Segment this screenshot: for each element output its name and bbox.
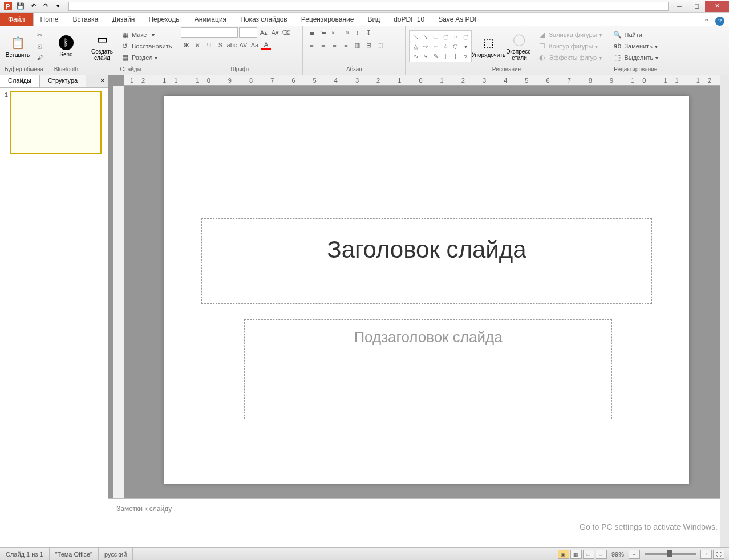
underline-icon[interactable]: Ч <box>204 40 214 50</box>
tab-design[interactable]: Дизайн <box>105 13 141 26</box>
minimize-ribbon-icon[interactable]: ⌃ <box>702 17 711 26</box>
undo-icon[interactable]: ↶ <box>27 1 39 11</box>
zoom-out-icon[interactable]: − <box>629 550 640 559</box>
tab-file[interactable]: Файл <box>0 13 33 26</box>
help-icon[interactable]: ? <box>715 17 724 26</box>
tab-animations[interactable]: Анимация <box>188 13 233 26</box>
shape-rounded-icon[interactable]: ▢ <box>461 32 471 41</box>
app-icon[interactable]: P <box>2 1 14 11</box>
align-center-icon[interactable]: ≡ <box>318 40 328 50</box>
shape-curve-icon[interactable]: ∿ <box>411 51 420 60</box>
font-size-combo[interactable] <box>239 27 257 38</box>
minimize-button[interactable]: ─ <box>671 1 688 12</box>
shapes-gallery[interactable]: ＼↘▭▢○▢ △⇨⇦☆⬡▾ ∿⤷✎{}▿ <box>409 30 472 62</box>
replace-button[interactable]: abЗаменить ▾ <box>611 41 660 51</box>
bluetooth-send-button[interactable]: ᛒ Send <box>52 28 80 64</box>
tab-transitions[interactable]: Переходы <box>141 13 187 26</box>
redo-icon[interactable]: ↷ <box>40 1 51 11</box>
strike-icon[interactable]: S <box>215 40 225 50</box>
tab-savepdf[interactable]: Save As PDF <box>431 13 485 26</box>
close-panel-icon[interactable]: ✕ <box>96 75 108 87</box>
align-right-icon[interactable]: ≡ <box>329 40 339 50</box>
zoom-percent[interactable]: 99% <box>611 551 624 558</box>
tab-slides-panel[interactable]: Слайды <box>0 75 40 87</box>
layout-button[interactable]: ▦Макет ▾ <box>119 30 173 40</box>
indent-inc-icon[interactable]: ⇥ <box>341 27 351 38</box>
shrink-font-icon[interactable]: A▾ <box>270 27 280 38</box>
shape-effects-button[interactable]: ◐Эффекты фигур ▾ <box>536 52 604 63</box>
tab-slideshow[interactable]: Показ слайдов <box>233 13 294 26</box>
shape-fill-button[interactable]: ◢Заливка фигуры ▾ <box>536 30 604 40</box>
shadow-icon[interactable]: abc <box>226 40 237 50</box>
font-color-icon[interactable]: A <box>261 40 271 50</box>
subtitle-placeholder[interactable]: Подзаголовок слайда <box>244 319 612 419</box>
fit-window-icon[interactable]: ⛶ <box>713 550 724 559</box>
slide-thumbnail-1[interactable]: 1 <box>0 88 108 157</box>
copy-icon[interactable]: ⎘ <box>34 41 44 51</box>
justify-icon[interactable]: ≡ <box>341 40 351 50</box>
quick-styles-button[interactable]: ◯ Экспресс-стили <box>505 28 533 64</box>
font-name-combo[interactable] <box>181 27 238 38</box>
restore-button[interactable]: ◻ <box>688 1 705 12</box>
tab-outline-panel[interactable]: Структура <box>40 75 86 87</box>
shape-arrow-icon[interactable]: ↘ <box>421 32 431 41</box>
slideshow-view-icon[interactable]: ▱ <box>596 550 607 559</box>
shape-tri-icon[interactable]: △ <box>411 42 420 51</box>
arrange-button[interactable]: ⬚ Упорядочить <box>474 28 503 64</box>
columns-icon[interactable]: ▥ <box>352 40 362 50</box>
shape-arrow2-icon[interactable]: ⇨ <box>421 42 431 51</box>
line-spacing-icon[interactable]: ↕ <box>352 27 362 38</box>
paste-button[interactable]: 📋 Вставить <box>3 28 32 64</box>
shape-conn-icon[interactable]: ⤷ <box>421 51 431 60</box>
align-text-icon[interactable]: ⊟ <box>363 40 374 50</box>
new-slide-button[interactable]: ▭ Создать слайд <box>88 28 116 64</box>
reset-button[interactable]: ↺Восстановить <box>119 41 173 51</box>
shape-line-icon[interactable]: ＼ <box>411 32 420 41</box>
indent-dec-icon[interactable]: ⇤ <box>329 27 339 38</box>
shape-hex-icon[interactable]: ⬡ <box>451 42 460 51</box>
cut-icon[interactable]: ✂ <box>34 30 44 40</box>
tab-insert[interactable]: Вставка <box>66 13 106 26</box>
smartart-icon[interactable]: ⬚ <box>375 40 385 50</box>
tab-dopdf[interactable]: doPDF 10 <box>387 13 431 26</box>
horizontal-ruler[interactable]: 12 11 10 9 8 7 6 5 4 3 2 1 0 1 2 3 4 5 6… <box>124 75 729 86</box>
italic-icon[interactable]: К <box>192 40 202 50</box>
normal-view-icon[interactable]: ▣ <box>558 550 569 559</box>
zoom-slider[interactable] <box>645 553 696 555</box>
save-icon[interactable]: 💾 <box>15 1 26 11</box>
title-placeholder[interactable]: Заголовок слайда <box>201 218 652 304</box>
vertical-ruler[interactable] <box>113 86 124 498</box>
shape-rect2-icon[interactable]: ▢ <box>441 32 451 41</box>
shape-brace-icon[interactable]: { <box>441 51 451 60</box>
vertical-scrollbar[interactable] <box>720 75 729 547</box>
shape-more-icon[interactable]: ▾ <box>461 42 471 51</box>
case-icon[interactable]: Aa <box>249 40 260 50</box>
clear-format-icon[interactable]: ⌫ <box>281 27 291 38</box>
qat-more-icon[interactable]: ▾ <box>52 1 64 11</box>
spacing-icon[interactable]: AV <box>238 40 248 50</box>
shape-oval-icon[interactable]: ○ <box>451 32 460 41</box>
section-button[interactable]: ▤Раздел ▾ <box>119 52 173 63</box>
tab-view[interactable]: Вид <box>361 13 387 26</box>
bold-icon[interactable]: Ж <box>181 40 191 50</box>
find-button[interactable]: 🔍Найти <box>611 30 660 40</box>
shape-more2-icon[interactable]: ▿ <box>461 51 471 60</box>
canvas[interactable]: Заголовок слайда Подзаголовок слайда <box>124 86 729 498</box>
align-left-icon[interactable]: ≡ <box>306 40 317 50</box>
grow-font-icon[interactable]: A▴ <box>258 27 269 38</box>
zoom-in-icon[interactable]: + <box>700 550 712 559</box>
numbering-icon[interactable]: ≔ <box>318 27 328 38</box>
status-language[interactable]: русский <box>99 548 133 560</box>
tab-home[interactable]: Home <box>33 13 66 26</box>
shape-free-icon[interactable]: ✎ <box>431 51 440 60</box>
slide-canvas[interactable]: Заголовок слайда Подзаголовок слайда <box>164 96 689 484</box>
select-button[interactable]: ⬚Выделить ▾ <box>611 52 660 63</box>
shape-rect-icon[interactable]: ▭ <box>431 32 440 41</box>
shape-brace2-icon[interactable]: } <box>451 51 460 60</box>
sorter-view-icon[interactable]: ▦ <box>570 550 582 559</box>
tab-review[interactable]: Рецензирование <box>294 13 361 26</box>
reading-view-icon[interactable]: ▭ <box>583 550 594 559</box>
bullets-icon[interactable]: ≣ <box>306 27 317 38</box>
title-input[interactable] <box>68 2 669 11</box>
close-button[interactable]: ✕ <box>705 1 729 12</box>
